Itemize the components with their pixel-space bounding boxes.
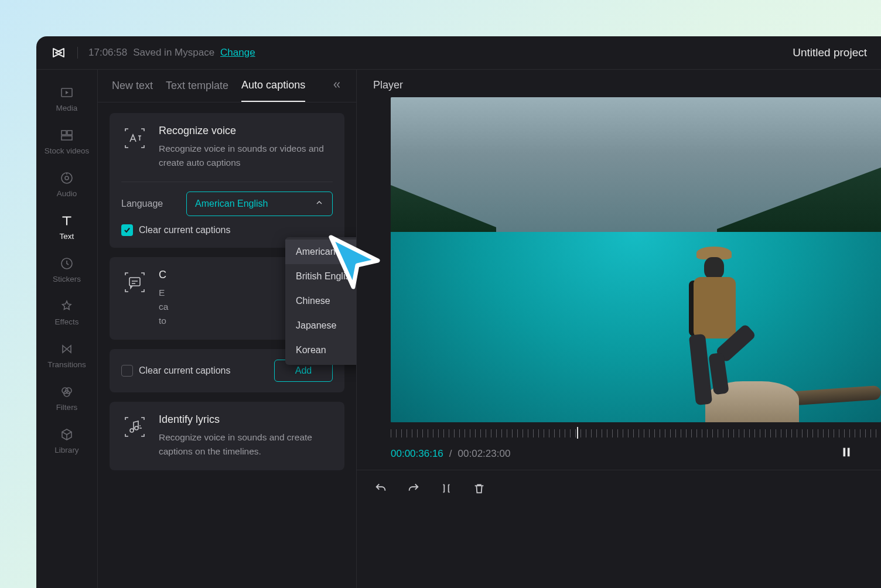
rail-item-text[interactable]: Text xyxy=(36,206,97,249)
audio-icon xyxy=(59,170,74,186)
identify-lyrics-icon xyxy=(121,413,148,440)
svg-rect-3 xyxy=(62,136,72,140)
filters-icon xyxy=(59,384,74,399)
rail-item-library[interactable]: Library xyxy=(36,420,97,463)
svg-rect-10 xyxy=(129,278,140,286)
language-label: Language xyxy=(121,199,163,209)
identify-lyrics-title: Identify lyrics xyxy=(159,413,333,426)
rail-label: Effects xyxy=(54,317,78,326)
rail-label: Media xyxy=(56,104,78,112)
pause-button[interactable] xyxy=(840,446,853,461)
chevron-up-icon xyxy=(315,198,324,210)
recognize-voice-desc: Recognize voice in sounds or videos and … xyxy=(159,142,333,170)
rail-item-stickers[interactable]: Stickers xyxy=(36,249,97,292)
svg-point-12 xyxy=(135,426,138,430)
text-icon xyxy=(59,213,74,228)
app-window: 17:06:58 Saved in Myspace Change Untitle… xyxy=(36,36,881,588)
split-button[interactable] xyxy=(439,481,454,496)
editor-toolbar xyxy=(357,470,881,496)
rail-item-media[interactable]: Media xyxy=(36,78,97,121)
language-option-chinese[interactable]: Chinese xyxy=(285,289,357,313)
time-separator: / xyxy=(449,448,452,460)
rail-item-filters[interactable]: Filters xyxy=(36,377,97,420)
undo-button[interactable] xyxy=(373,481,388,496)
player-panel: Player 00:00:36:16 / 00:02:23:00 xyxy=(357,69,881,588)
app-logo-icon xyxy=(50,45,67,61)
player-header: Player xyxy=(357,70,881,97)
collapse-panel-icon[interactable] xyxy=(332,80,342,93)
tab-auto-captions[interactable]: Auto captions xyxy=(241,70,305,102)
svg-rect-1 xyxy=(62,131,66,135)
left-rail: Media Stock videos Audio Text xyxy=(36,69,98,588)
language-option-korean[interactable]: Korean xyxy=(285,338,357,363)
identify-lyrics-desc: Recognize voice in sounds and create cap… xyxy=(159,430,333,459)
change-link[interactable]: Change xyxy=(220,47,255,59)
svg-point-11 xyxy=(130,429,134,432)
rail-item-effects[interactable]: Effects xyxy=(36,292,97,334)
rail-label: Text xyxy=(60,232,74,241)
captions-desc: E ca to xyxy=(159,286,168,328)
tab-new-text[interactable]: New text xyxy=(112,70,153,102)
clear-captions-label-2: Clear current captions xyxy=(139,365,231,376)
saved-location-text: Saved in Myspace xyxy=(133,47,214,59)
language-dropdown[interactable]: American English xyxy=(186,192,333,216)
rail-item-transitions[interactable]: Transitions xyxy=(36,334,97,377)
identify-lyrics-card: Identify lyrics Recognize voice in sound… xyxy=(110,402,344,470)
save-timestamp: 17:06:58 xyxy=(88,47,127,59)
recognize-voice-title: Recognize voice xyxy=(159,125,333,137)
rail-label: Library xyxy=(54,446,78,454)
rail-label: Stickers xyxy=(53,275,81,283)
recognize-voice-icon xyxy=(121,125,148,152)
recognize-voice-card: Recognize voice Recognize voice in sound… xyxy=(110,113,344,248)
project-title: Untitled project xyxy=(793,46,867,59)
clear-captions-checkbox-2[interactable] xyxy=(121,365,133,377)
rail-label: Transitions xyxy=(47,360,86,369)
media-icon xyxy=(59,85,74,100)
rail-label: Audio xyxy=(57,189,77,198)
captions-icon xyxy=(121,269,148,296)
main-area: Media Stock videos Audio Text xyxy=(36,69,881,588)
language-option-american-english[interactable]: American English xyxy=(285,240,357,264)
time-current: 00:00:36:16 xyxy=(391,448,443,460)
stickers-icon xyxy=(59,256,74,271)
svg-rect-14 xyxy=(848,448,850,457)
top-bar: 17:06:58 Saved in Myspace Change Untitle… xyxy=(36,36,881,69)
redo-button[interactable] xyxy=(406,481,421,496)
svg-point-5 xyxy=(65,176,69,180)
transitions-icon xyxy=(59,341,74,357)
rail-item-audio[interactable]: Audio xyxy=(36,163,97,206)
rail-label: Stock videos xyxy=(45,146,90,155)
clear-captions-label: Clear current captions xyxy=(139,225,231,235)
time-total: 00:02:23:00 xyxy=(458,448,511,460)
language-option-british-english[interactable]: British English xyxy=(285,264,357,289)
stock-videos-icon xyxy=(59,128,74,143)
time-display: 00:00:36:16 / 00:02:23:00 xyxy=(391,446,881,461)
video-preview[interactable] xyxy=(391,97,881,422)
library-icon xyxy=(59,427,74,442)
tab-text-template[interactable]: Text template xyxy=(166,70,228,102)
language-option-japanese[interactable]: Japanese xyxy=(285,313,357,338)
captions-title: C xyxy=(159,269,168,281)
divider xyxy=(77,47,78,59)
svg-rect-2 xyxy=(67,131,72,135)
language-dropdown-menu: American English British English Chinese… xyxy=(285,237,357,365)
timeline-ruler[interactable] xyxy=(391,429,881,437)
text-tabs: New text Text template Auto captions xyxy=(98,70,356,102)
rail-label: Filters xyxy=(56,403,78,412)
rail-item-stock-videos[interactable]: Stock videos xyxy=(36,121,97,163)
delete-button[interactable] xyxy=(472,481,487,496)
clear-captions-checkbox[interactable] xyxy=(121,224,133,236)
language-selected: American English xyxy=(195,199,268,209)
svg-rect-13 xyxy=(844,448,846,457)
center-panel: New text Text template Auto captions xyxy=(98,69,357,588)
effects-icon xyxy=(59,299,74,314)
